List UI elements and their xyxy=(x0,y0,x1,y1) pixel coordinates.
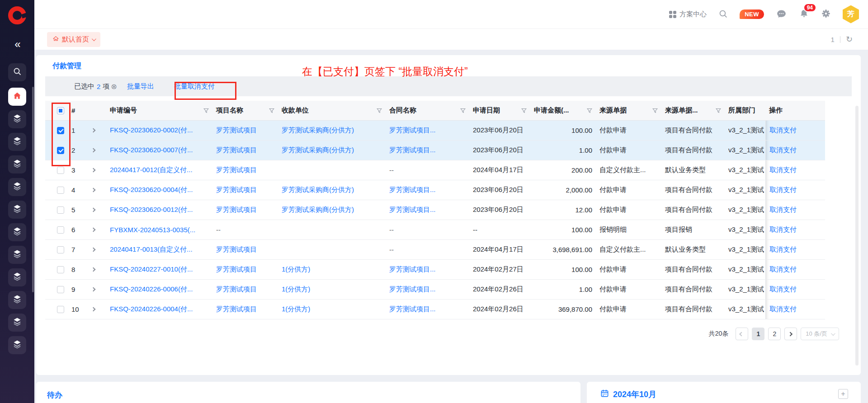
add-event-button[interactable]: + xyxy=(838,389,848,399)
cell-project-name[interactable]: 罗芳测试项目 xyxy=(216,285,257,294)
cancel-payment-link[interactable]: 取消支付 xyxy=(769,206,797,214)
cancel-payment-link[interactable]: 取消支付 xyxy=(769,186,797,194)
page-size-select[interactable]: 10 条/页 xyxy=(801,328,839,340)
cell-request-code[interactable]: FKSQ-20230620-0004(付... xyxy=(110,186,193,194)
expand-row-icon[interactable] xyxy=(91,148,96,153)
table-row[interactable]: 7 20240417-0013(自定义付... 罗芳测试项目 -- 2024年0… xyxy=(45,240,825,260)
table-row[interactable]: 6 FYBXMX-20240513-0035(... -- -- -- 100.… xyxy=(45,220,825,240)
sidebar-module-11[interactable] xyxy=(8,336,26,354)
global-search-button[interactable] xyxy=(718,9,728,20)
filter-icon[interactable] xyxy=(587,108,592,113)
sidebar-module-10[interactable] xyxy=(8,314,26,332)
sidebar-module-9[interactable] xyxy=(8,291,26,309)
cell-project-name[interactable]: 罗芳测试项目 xyxy=(216,126,257,135)
cell-request-code[interactable]: FYBXMX-20240513-0035(... xyxy=(110,226,195,234)
sidebar-module-4[interactable] xyxy=(8,178,26,196)
filter-icon[interactable] xyxy=(377,108,382,113)
row-checkbox[interactable] xyxy=(57,286,64,293)
table-row[interactable]: 2 FKSQ-20230620-0007(付... 罗芳测试项目 罗芳测试采购商… xyxy=(45,141,825,160)
collapse-sidebar-icon[interactable]: « xyxy=(14,38,19,51)
sidebar-module-7[interactable] xyxy=(8,246,26,264)
page-button-2[interactable]: 2 xyxy=(768,328,781,340)
filter-icon[interactable] xyxy=(716,108,721,113)
filter-icon[interactable] xyxy=(652,108,658,113)
sidebar-module-6[interactable] xyxy=(8,223,26,241)
table-row[interactable]: 5 FKSQ-20230620-0012(付... 罗芳测试项目 罗芳测试采购商… xyxy=(45,200,825,220)
row-checkbox[interactable] xyxy=(57,246,64,253)
row-checkbox[interactable] xyxy=(57,147,64,154)
cancel-payment-link[interactable]: 取消支付 xyxy=(769,126,797,135)
expand-row-icon[interactable] xyxy=(91,188,96,192)
cell-project-name[interactable]: 罗芳测试项目 xyxy=(216,265,257,274)
settings-button[interactable] xyxy=(821,9,831,20)
cell-request-code[interactable]: 20240417-0013(自定义付... xyxy=(110,245,193,254)
filter-icon[interactable] xyxy=(460,108,466,113)
table-row[interactable]: 3 20240417-0012(自定义付... 罗芳测试项目 -- 2024年0… xyxy=(45,160,825,180)
cell-payee[interactable]: 1(分供方) xyxy=(282,265,310,274)
cell-payee[interactable]: 罗芳测试采购商(分供方) xyxy=(282,186,354,194)
table-row[interactable]: 1 FKSQ-20230620-0002(付... 罗芳测试项目 罗芳测试采购商… xyxy=(45,121,825,141)
table-scrollbar[interactable] xyxy=(855,106,859,366)
page-button-1[interactable]: 1 xyxy=(752,328,764,340)
expand-row-icon[interactable] xyxy=(91,287,96,292)
table-row[interactable]: 10 FKSQ-20240226-0004(付... 罗芳测试项目 1(分供方)… xyxy=(45,300,825,319)
solution-center-button[interactable]: 方案中心 xyxy=(669,10,707,19)
cell-request-code[interactable]: FKSQ-20240226-0006(付... xyxy=(110,285,193,294)
cell-project-name[interactable]: 罗芳测试项目 xyxy=(216,166,257,174)
sidebar-scrollbar[interactable] xyxy=(32,87,34,292)
batch-export-button[interactable]: 批量导出 xyxy=(127,82,154,91)
row-checkbox[interactable] xyxy=(57,226,64,234)
next-page-button[interactable] xyxy=(784,328,797,340)
cell-payee[interactable]: 罗芳测试采购商(分供方) xyxy=(282,146,354,155)
filter-icon[interactable] xyxy=(269,108,274,113)
cancel-payment-link[interactable]: 取消支付 xyxy=(769,265,797,274)
table-row[interactable]: 9 FKSQ-20240226-0006(付... 罗芳测试项目 1(分供方) … xyxy=(45,280,825,300)
table-row[interactable]: 8 FKSQ-20240227-0010(付... 罗芳测试项目 1(分供方) … xyxy=(45,260,825,280)
table-row[interactable]: 4 FKSQ-20230620-0004(付... 罗芳测试项目 罗芳测试采购商… xyxy=(45,180,825,200)
cell-request-code[interactable]: FKSQ-20240227-0010(付... xyxy=(110,265,193,274)
sidebar-module-2[interactable] xyxy=(8,133,26,151)
row-checkbox[interactable] xyxy=(57,127,64,134)
expand-row-icon[interactable] xyxy=(91,248,96,252)
row-checkbox[interactable] xyxy=(57,167,64,174)
cell-contract-name[interactable]: 罗芳测试项目... xyxy=(389,126,436,135)
cancel-payment-link[interactable]: 取消支付 xyxy=(769,225,797,234)
cell-payee[interactable]: 罗芳测试采购商(分供方) xyxy=(282,206,354,214)
cell-request-code[interactable]: FKSQ-20240226-0004(付... xyxy=(110,305,193,314)
cell-contract-name[interactable]: 罗芳测试项目... xyxy=(389,206,436,214)
cell-payee[interactable]: 1(分供方) xyxy=(282,285,310,294)
batch-cancel-payment-button[interactable]: 批量取消支付 xyxy=(174,82,215,91)
row-checkbox[interactable] xyxy=(57,187,64,194)
filter-icon[interactable] xyxy=(203,108,209,113)
sidebar-module-5[interactable] xyxy=(8,201,26,219)
cell-request-code[interactable]: FKSQ-20230620-0007(付... xyxy=(110,146,193,155)
notifications-button[interactable]: 94 xyxy=(799,9,809,20)
cell-request-code[interactable]: FKSQ-20230620-0002(付... xyxy=(110,126,193,135)
prev-page-button[interactable] xyxy=(736,328,748,340)
expand-row-icon[interactable] xyxy=(91,208,96,212)
expand-row-icon[interactable] xyxy=(91,307,96,312)
new-badge[interactable]: NEW xyxy=(740,9,764,19)
sidebar-item-home[interactable] xyxy=(8,88,26,106)
cell-contract-name[interactable]: 罗芳测试项目... xyxy=(389,186,436,194)
cancel-payment-link[interactable]: 取消支付 xyxy=(769,305,797,314)
cell-contract-name[interactable]: 罗芳测试项目... xyxy=(389,285,436,294)
messages-button[interactable] xyxy=(776,8,787,21)
cell-payee[interactable]: 1(分供方) xyxy=(282,305,310,314)
expand-row-icon[interactable] xyxy=(91,228,96,232)
tab-default-home[interactable]: 默认首页 xyxy=(47,32,100,47)
cell-project-name[interactable]: 罗芳测试项目 xyxy=(216,146,257,155)
cell-contract-name[interactable]: 罗芳测试项目... xyxy=(389,305,436,314)
cell-project-name[interactable]: 罗芳测试项目 xyxy=(216,245,257,254)
row-checkbox[interactable] xyxy=(57,266,64,273)
cancel-payment-link[interactable]: 取消支付 xyxy=(769,166,797,174)
cell-project-name[interactable]: 罗芳测试项目 xyxy=(216,305,257,314)
cell-project-name[interactable]: 罗芳测试项目 xyxy=(216,186,257,194)
refresh-icon[interactable]: ↻ xyxy=(846,36,853,43)
cell-payee[interactable]: 罗芳测试采购商(分供方) xyxy=(282,126,354,135)
cancel-payment-link[interactable]: 取消支付 xyxy=(769,285,797,294)
cell-contract-name[interactable]: 罗芳测试项目... xyxy=(389,265,436,274)
cancel-payment-link[interactable]: 取消支付 xyxy=(769,245,797,254)
sidebar-module-3[interactable] xyxy=(8,155,26,173)
expand-row-icon[interactable] xyxy=(91,267,96,272)
